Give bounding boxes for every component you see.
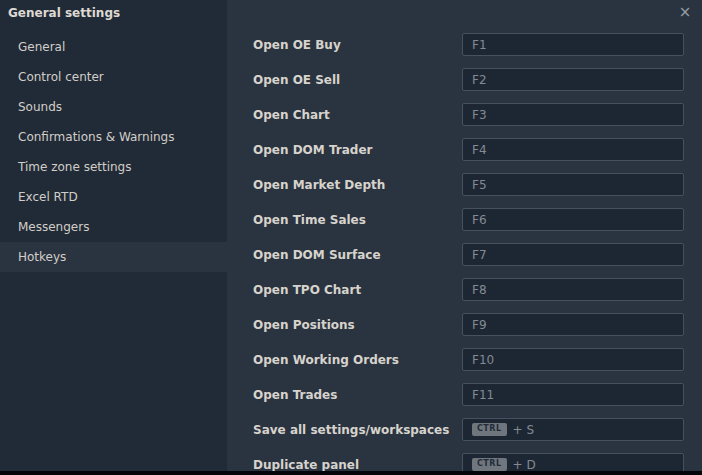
hotkey-label: Open TPO Chart bbox=[253, 283, 361, 297]
hotkey-row-duplicate-panel: Duplicate panel CTRL + D bbox=[227, 447, 702, 471]
dialog-title: General settings bbox=[0, 0, 227, 20]
hotkey-row-open-working-orders: Open Working Orders F10 bbox=[227, 342, 702, 377]
sidebar-item-messengers[interactable]: Messengers bbox=[0, 212, 227, 242]
hotkey-value: F2 bbox=[472, 73, 487, 87]
hotkey-input-open-tpo-chart[interactable]: F8 bbox=[462, 278, 684, 301]
hotkey-row-open-dom-trader: Open DOM Trader F4 bbox=[227, 132, 702, 167]
hotkey-value: F6 bbox=[472, 213, 487, 227]
hotkey-label: Open Trades bbox=[253, 388, 337, 402]
hotkey-value: F5 bbox=[472, 178, 487, 192]
sidebar-item-general[interactable]: General bbox=[0, 32, 227, 62]
hotkey-value: F11 bbox=[472, 388, 494, 402]
close-icon[interactable]: × bbox=[677, 4, 693, 20]
ctrl-key-badge: CTRL bbox=[472, 458, 507, 471]
hotkey-row-open-oe-sell: Open OE Sell F2 bbox=[227, 62, 702, 97]
hotkey-input-open-trades[interactable]: F11 bbox=[462, 383, 684, 406]
hotkey-value: F1 bbox=[472, 38, 487, 52]
hotkey-input-duplicate-panel[interactable]: CTRL + D bbox=[462, 453, 684, 471]
hotkey-value: F7 bbox=[472, 248, 487, 262]
sidebar-item-time-zone-settings[interactable]: Time zone settings bbox=[0, 152, 227, 182]
hotkey-input-open-market-depth[interactable]: F5 bbox=[462, 173, 684, 196]
hotkey-input-open-chart[interactable]: F3 bbox=[462, 103, 684, 126]
hotkey-label: Save all settings/workspaces bbox=[253, 423, 449, 437]
hotkey-value: F3 bbox=[472, 108, 487, 122]
sidebar-item-control-center[interactable]: Control center bbox=[0, 62, 227, 92]
hotkey-label: Open Time Sales bbox=[253, 213, 366, 227]
sidebar-item-sounds[interactable]: Sounds bbox=[0, 92, 227, 122]
hotkey-input-open-dom-trader[interactable]: F4 bbox=[462, 138, 684, 161]
ctrl-key-badge: CTRL bbox=[472, 423, 507, 436]
hotkey-row-open-oe-buy: Open OE Buy F1 bbox=[227, 27, 702, 62]
hotkey-label: Open Working Orders bbox=[253, 353, 399, 367]
hotkey-value: F10 bbox=[472, 353, 494, 367]
hotkey-label: Open OE Sell bbox=[253, 73, 340, 87]
hotkey-input-open-oe-buy[interactable]: F1 bbox=[462, 33, 684, 56]
hotkey-input-open-positions[interactable]: F9 bbox=[462, 313, 684, 336]
general-settings-dialog: General settings General Control center … bbox=[0, 0, 702, 475]
sidebar-item-hotkeys[interactable]: Hotkeys bbox=[0, 242, 227, 272]
hotkey-row-open-chart: Open Chart F3 bbox=[227, 97, 702, 132]
hotkey-row-save-all-settings: Save all settings/workspaces CTRL + S bbox=[227, 412, 702, 447]
sidebar-item-confirmations-warnings[interactable]: Confirmations & Warnings bbox=[0, 122, 227, 152]
hotkey-row-open-tpo-chart: Open TPO Chart F8 bbox=[227, 272, 702, 307]
hotkey-label: Open Chart bbox=[253, 108, 330, 122]
hotkey-value: F9 bbox=[472, 318, 487, 332]
hotkey-label: Open DOM Surface bbox=[253, 248, 381, 262]
hotkey-value: + D bbox=[513, 458, 536, 472]
hotkey-row-open-trades: Open Trades F11 bbox=[227, 377, 702, 412]
hotkey-row-open-dom-surface: Open DOM Surface F7 bbox=[227, 237, 702, 272]
hotkey-row-open-time-sales: Open Time Sales F6 bbox=[227, 202, 702, 237]
hotkey-input-open-working-orders[interactable]: F10 bbox=[462, 348, 684, 371]
hotkey-label: Open Positions bbox=[253, 318, 355, 332]
hotkey-label: Open OE Buy bbox=[253, 38, 341, 52]
hotkey-input-open-time-sales[interactable]: F6 bbox=[462, 208, 684, 231]
window-bottom-edge bbox=[0, 471, 702, 475]
hotkey-value: F8 bbox=[472, 283, 487, 297]
hotkey-label: Open Market Depth bbox=[253, 178, 385, 192]
hotkey-input-open-oe-sell[interactable]: F2 bbox=[462, 68, 684, 91]
hotkey-row-open-market-depth: Open Market Depth F5 bbox=[227, 167, 702, 202]
hotkey-label: Duplicate panel bbox=[253, 458, 359, 472]
hotkeys-panel: Open OE Buy F1 Open OE Sell F2 Open Char… bbox=[227, 27, 702, 471]
hotkey-value: F4 bbox=[472, 143, 487, 157]
hotkey-label: Open DOM Trader bbox=[253, 143, 372, 157]
hotkey-value: + S bbox=[513, 423, 535, 437]
hotkey-input-save-all-settings[interactable]: CTRL + S bbox=[462, 418, 684, 441]
settings-sidebar: General settings General Control center … bbox=[0, 0, 227, 471]
hotkey-row-open-positions: Open Positions F9 bbox=[227, 307, 702, 342]
sidebar-item-excel-rtd[interactable]: Excel RTD bbox=[0, 182, 227, 212]
hotkey-input-open-dom-surface[interactable]: F7 bbox=[462, 243, 684, 266]
settings-nav: General Control center Sounds Confirmati… bbox=[0, 32, 227, 272]
